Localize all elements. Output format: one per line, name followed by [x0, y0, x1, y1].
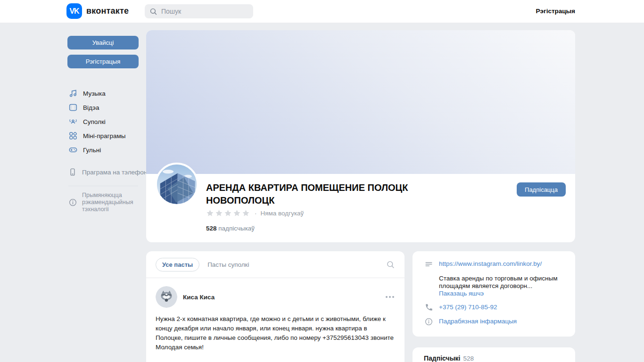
music-note-icon [68, 89, 78, 98]
search-icon [149, 8, 157, 16]
post-header: Киса Киса [146, 278, 405, 308]
phone-number-link[interactable]: +375 (29) 710-85-92 [439, 304, 497, 311]
sidebar-item-mini-apps[interactable]: Міні-праграмы [67, 129, 145, 143]
sidebar-menu: Музыка Відэа Суполкі Міні-праграмы [67, 86, 145, 157]
community-info-card: https://www.instagram.com/linkor.by/ Ста… [413, 251, 575, 337]
top-header: VK вконтакте Рэгістрацыя [0, 0, 644, 23]
rating-stars [206, 209, 250, 217]
post-menu-ellipsis-icon[interactable] [385, 293, 395, 301]
building-photo [157, 165, 197, 204]
star-icon [206, 209, 214, 217]
instagram-link[interactable]: https://www.instagram.com/linkor.by/ [439, 260, 542, 267]
post: Киса Киса Нужна 2-х комнатная квартира, … [146, 278, 405, 352]
sidebar-item-communities[interactable]: Суполкі [67, 115, 145, 129]
sidebar-item-label: Праграма на тэлефон [82, 169, 147, 176]
detailed-info-link[interactable]: Падрабязная інфармацыя [439, 318, 517, 325]
followers-count: 528 [206, 225, 217, 232]
sidebar-divider [68, 186, 138, 186]
star-icon [242, 209, 250, 217]
rating-text: Няма водгукаў [261, 210, 304, 217]
info-phone-row: +375 (29) 710-85-92 [424, 304, 564, 312]
info-circle-icon [424, 317, 434, 326]
post-author-name[interactable]: Киса Киса [183, 294, 215, 301]
sidebar-item-video[interactable]: Відэа [67, 100, 145, 115]
community-profile-card: АРЕНДА КВАРТИРА ПОМЕЩЕНИЕ ПОЛОЦК НОВОПОЛ… [146, 30, 575, 242]
cat-avatar-image [156, 286, 177, 308]
followers-card-title: Падпісчыкі [424, 354, 461, 362]
sidebar-item-label: Міні-праграмы [83, 132, 125, 140]
sidebar-item-games[interactable]: Гульні [67, 143, 145, 157]
phone-handset-icon [424, 303, 434, 312]
sidebar-item-mobile-app[interactable]: Праграма на тэлефон [68, 168, 147, 176]
sidebar-item-label: Гульні [83, 147, 101, 154]
rating-separator: · [255, 210, 257, 217]
info-circle-icon [68, 198, 77, 207]
subscribe-button[interactable]: Падпісацца [517, 182, 566, 197]
tab-community-posts[interactable]: Пасты суполкі [207, 261, 249, 268]
post-author-avatar[interactable] [156, 286, 177, 308]
film-icon [68, 103, 78, 112]
lines-icon [424, 260, 434, 269]
sidebar-item-label: Відэа [83, 104, 99, 111]
star-icon [215, 209, 223, 217]
posts-tabs: Усе пасты Пасты суполкі [146, 251, 405, 278]
star-icon [233, 209, 241, 217]
tab-all-posts[interactable]: Усе пасты [156, 258, 199, 272]
info-link-row: https://www.instagram.com/linkor.by/ [424, 260, 564, 269]
post-text: Нужна 2-х комнатная квартира, где можно … [146, 308, 405, 352]
followers-label: падпісчыкаў [218, 225, 255, 232]
login-button[interactable]: Увайсці [67, 36, 139, 49]
vk-logo-icon: VK [66, 3, 82, 19]
grid-diamond-icon [68, 131, 78, 140]
posts-search-icon[interactable] [386, 260, 395, 269]
recommendation-tech-label: Прымяняюцца рэкамендацыйныя тэхналогіі [82, 192, 148, 213]
followers-card-count: 528 [463, 355, 474, 362]
gamepad-icon [68, 145, 78, 155]
people-icon [68, 117, 78, 126]
star-icon [224, 209, 232, 217]
vk-logo[interactable]: VK вконтакте [66, 3, 129, 19]
community-title: АРЕНДА КВАРТИРА ПОМЕЩЕНИЕ ПОЛОЦК НОВОПОЛ… [206, 181, 451, 207]
header-register-link[interactable]: Рэгістрацыя [536, 8, 575, 15]
show-more-link[interactable]: Паказаць яшчэ [439, 290, 484, 297]
community-avatar[interactable] [155, 163, 198, 206]
vk-logo-wordmark: вконтакте [86, 6, 129, 16]
info-details-row: Падрабязная інфармацыя [424, 318, 564, 326]
followers-summary: 528 падпісчыкаў [206, 225, 255, 232]
posts-card: Усе пасты Пасты суполкі Киса [146, 251, 405, 362]
header-search[interactable] [145, 4, 253, 18]
followers-card[interactable]: Падпісчыкі528 [413, 347, 575, 362]
sidebar-item-music[interactable]: Музыка [67, 86, 145, 100]
rating-row: · Няма водгукаў [206, 209, 304, 217]
community-description: Ставка аренды по торговым и офисным площ… [439, 275, 561, 297]
recommendation-tech-note: Прымяняюцца рэкамендацыйныя тэхналогіі [68, 192, 148, 213]
description-text: Ставка аренды по торговым и офисным площ… [439, 275, 558, 289]
search-input[interactable] [161, 8, 248, 15]
sidebar-item-label: Музыка [83, 90, 106, 97]
register-button[interactable]: Рэгістрацыя [67, 55, 139, 68]
sidebar-item-label: Суполкі [83, 118, 106, 125]
cover-image [146, 30, 575, 174]
smartphone-icon [68, 168, 77, 176]
